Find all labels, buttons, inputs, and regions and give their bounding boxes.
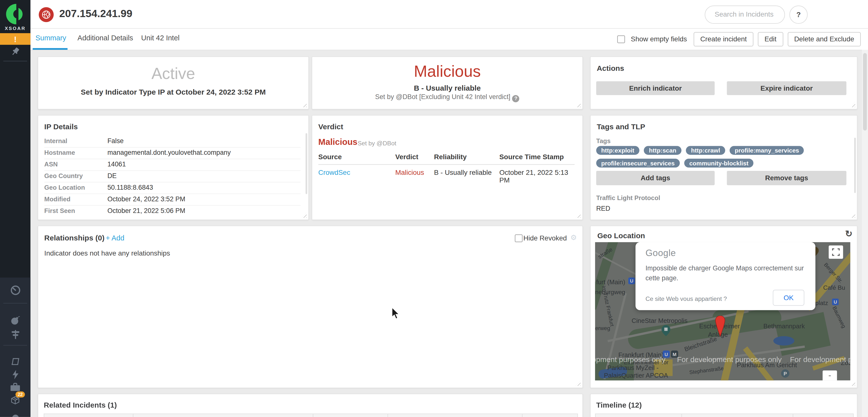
zoom-out-button[interactable]: - (823, 371, 837, 380)
ip-detail-row: First SeenOctober 21, 2022 5:06 PM (44, 205, 301, 217)
card-resize-handle[interactable] (575, 102, 581, 107)
settings-icon-partial[interactable] (0, 414, 31, 417)
card-scrollbar[interactable] (305, 133, 307, 194)
card-scrollbar[interactable] (854, 138, 856, 193)
verdict-table-row: CrowdSec Malicious B - Usually reliable … (318, 169, 575, 180)
table-header-cell (133, 414, 313, 417)
ip-detail-row: ModifiedOctober 24, 2022 3:52 PM (44, 194, 301, 206)
show-empty-fields-label: Show empty fields (631, 35, 687, 43)
tab-additional-details[interactable]: Additional Details (78, 34, 133, 42)
ip-detail-row: Geo Location50.1188:8.6843 (44, 182, 301, 194)
google-map[interactable]: straße furt (Main) U M neburgweg Im Trut… (595, 242, 850, 380)
pin-icon[interactable] (0, 46, 31, 57)
page-title-ip: 207.154.241.99 (59, 8, 132, 20)
maps-error-message: Impossible de charger Google Maps correc… (645, 263, 806, 283)
verdict-reliability: B - Usually reliable (312, 84, 582, 92)
jobs-briefcase-icon[interactable] (0, 383, 31, 392)
expire-indicator-button[interactable]: Expire indicator (727, 81, 846, 95)
maps-watermark: For development purposes only (677, 356, 782, 364)
indicator-toolbar: Show empty fields Create incident Edit D… (617, 31, 861, 47)
tag-pill[interactable]: community-blocklist (684, 159, 753, 168)
verdict-title: Verdict (318, 123, 343, 131)
show-empty-fields-checkbox[interactable] (617, 35, 625, 43)
card-resize-handle[interactable] (575, 212, 581, 218)
table-header-cell (682, 414, 794, 417)
card-resize-handle[interactable] (301, 212, 307, 218)
ip-detail-row: ASN14061 (44, 159, 301, 171)
verdict-table-header: Source Verdict Reliability Source Time S… (318, 153, 575, 165)
tlp-label: Traffic Light Protocol (596, 195, 660, 201)
mouse-cursor (392, 307, 400, 319)
help-circle-icon[interactable]: ? (512, 95, 519, 102)
tags-list: http:exploit http:scan http:crawl profil… (596, 145, 840, 170)
card-resize-handle[interactable] (850, 102, 855, 107)
geo-marker-pin[interactable] (715, 316, 725, 337)
ip-details-title: IP Details (44, 123, 78, 131)
verdict-value: Malicious (318, 137, 358, 147)
related-incidents-card: Related Incidents (1) (38, 394, 583, 417)
google-logo: Google (645, 248, 676, 258)
refresh-icon[interactable]: ↻ (845, 228, 852, 239)
maps-owner-question: Ce site Web vous appartient ? (645, 295, 727, 302)
remove-tags-button[interactable]: Remove tags (727, 171, 846, 185)
playbook-book-icon[interactable] (0, 356, 31, 367)
timeline-title: Timeline (12) (596, 401, 642, 409)
dashboard-icon[interactable] (0, 285, 31, 296)
delete-and-exclude-button[interactable]: Delete and Exclude (787, 32, 861, 46)
marketplace-cube-icon[interactable] (0, 395, 31, 405)
card-resize-handle[interactable] (850, 380, 855, 386)
create-incident-button[interactable]: Create incident (694, 32, 753, 46)
ok-button[interactable]: OK (773, 290, 804, 306)
tags-tlp-title: Tags and TLP (597, 123, 645, 131)
xsoar-logo[interactable] (4, 3, 26, 25)
add-tags-button[interactable]: Add tags (596, 171, 715, 185)
tag-pill[interactable]: http:scan (644, 146, 681, 155)
fullscreen-button[interactable] (829, 245, 843, 259)
source-link[interactable]: CrowdSec (318, 169, 350, 176)
card-resize-handle[interactable] (850, 212, 855, 218)
indicator-header: 207.154.241.99 ? (31, 0, 868, 29)
sidebar-divider (3, 345, 27, 345)
help-button[interactable]: ? (789, 5, 808, 24)
ip-details-card: IP Details InternalFalse Hostnamemanagem… (38, 115, 309, 220)
page-scrollbar-track[interactable] (862, 50, 868, 417)
search-box[interactable] (705, 5, 785, 24)
tab-bar: Summary Additional Details Unit 42 Intel… (31, 29, 868, 50)
tab-summary[interactable]: Summary (35, 34, 66, 42)
incidents-bomb-icon[interactable] (0, 315, 31, 325)
tag-pill[interactable]: profile:many_services (730, 146, 804, 155)
xsoar-logo-label: XSOAR (0, 26, 31, 31)
card-resize-handle[interactable] (301, 102, 307, 107)
actions-title: Actions (597, 64, 624, 72)
threat-intel-signpost-icon[interactable] (0, 329, 31, 340)
ip-detail-row: InternalFalse (44, 135, 301, 148)
enrich-indicator-button[interactable]: Enrich indicator (596, 81, 715, 95)
tag-pill[interactable]: http:exploit (596, 146, 640, 155)
page-scrollbar-thumb[interactable] (863, 53, 867, 131)
alert-icon[interactable]: ! (0, 33, 31, 45)
tag-pill[interactable]: http:crawl (686, 146, 725, 155)
hide-revoked-checkbox[interactable] (515, 235, 522, 242)
edit-button[interactable]: Edit (758, 32, 783, 46)
verdict-set-by: Set by @DBot [Excluding Unit 42 Intel ve… (312, 93, 582, 102)
search-input[interactable] (714, 10, 778, 19)
relationships-empty-text: Indicator does not have any relationship… (44, 249, 170, 257)
add-relationship-link[interactable]: + Add (105, 234, 124, 242)
tags-tlp-card: Tags and TLP Tags http:exploit http:scan… (590, 115, 857, 220)
table-header-cell (793, 414, 854, 417)
main-content: 207.154.241.99 ? Summary Additional Deta… (31, 0, 868, 417)
gear-icon[interactable]: ⚙ (570, 233, 577, 241)
geo-location-title: Geo Location (597, 232, 645, 240)
active-tab-underline (33, 48, 68, 50)
ip-detail-row: Geo CountryDE (44, 170, 301, 182)
verdict-set-by: Set by @DBot (358, 140, 396, 147)
table-header-cell (388, 414, 523, 417)
card-resize-handle[interactable] (575, 380, 581, 386)
table-header-cell (43, 414, 133, 417)
automation-lightning-icon[interactable] (0, 370, 31, 379)
tab-unit42-intel[interactable]: Unit 42 Intel (141, 34, 180, 42)
tag-pill[interactable]: profile:insecure_services (596, 159, 680, 168)
sidebar-divider (3, 303, 27, 304)
table-header-cell (313, 414, 388, 417)
verdict-banner-card: Malicious B - Usually reliable Set by @D… (312, 57, 583, 109)
